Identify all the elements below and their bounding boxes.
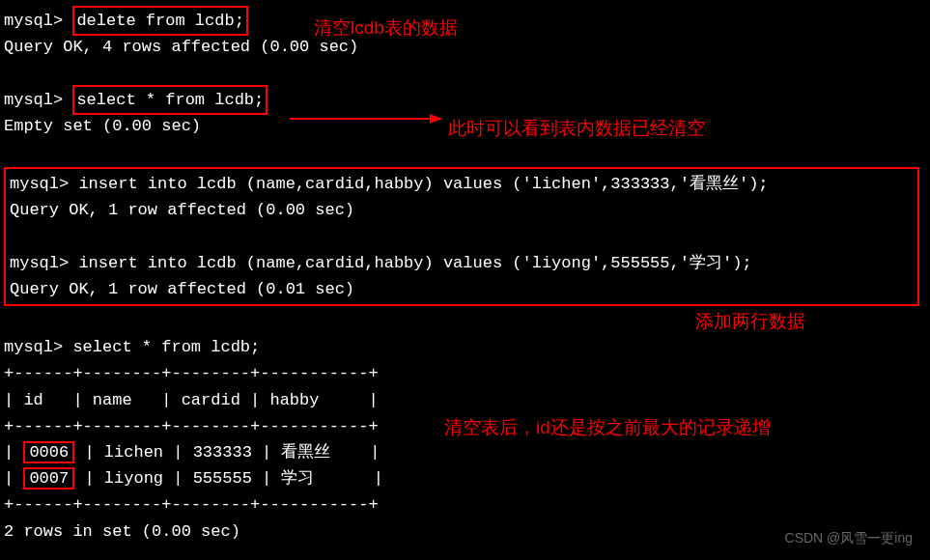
select2-command: select * from lcdb;	[72, 338, 260, 356]
prompt: mysql>	[4, 91, 72, 109]
row1-id-box: 0006	[23, 441, 74, 463]
table-row1: | 0006 | lichen | 333333 | 看黑丝 |	[4, 439, 926, 465]
delete-result: Query OK, 4 rows affected (0.00 sec)	[4, 34, 926, 60]
select1-line: mysql> select * from lcdb;	[4, 87, 926, 113]
table-border-bot: +------+--------+--------+-----------+	[4, 491, 926, 518]
row2-pre: |	[4, 469, 23, 488]
row1-id: 0006	[29, 443, 69, 462]
select1-command: select * from lcdb;	[76, 91, 264, 109]
watermark: CSDN @风雪一更ing	[785, 527, 913, 548]
annotation-4: 清空表后，id还是按之前最大的记录递增	[444, 413, 771, 442]
insert1-command: insert into lcdb (name,cardid,habby) val…	[78, 175, 768, 193]
table-header: | id | name | cardid | habby |	[4, 387, 926, 413]
prompt: mysql>	[10, 175, 78, 193]
prompt: mysql>	[4, 12, 72, 30]
table-border-top: +------+--------+--------+-----------+	[4, 360, 926, 386]
svg-marker-1	[430, 114, 442, 124]
blank	[4, 60, 926, 86]
insert2-line: mysql> insert into lcdb (name,cardid,hab…	[10, 250, 914, 276]
prompt: mysql>	[10, 254, 78, 272]
annotation-2: 此时可以看到表内数据已经清空	[448, 114, 705, 143]
insert-block-box: mysql> insert into lcdb (name,cardid,hab…	[4, 167, 919, 306]
delete-line: mysql> delete from lcdb;	[4, 8, 926, 34]
row2-id: 0007	[29, 469, 69, 488]
row1-rest: | lichen | 333333 | 看黑丝 |	[74, 443, 380, 462]
blank	[10, 224, 914, 250]
row2-rest: | liyong | 555555 | 学习 |	[74, 469, 383, 488]
select1-command-box: select * from lcdb;	[72, 85, 268, 115]
table-row2: | 0007 | liyong | 555555 | 学习 |	[4, 465, 926, 491]
annotation-3: 添加两行数据	[695, 307, 805, 336]
row1-pre: |	[4, 443, 23, 462]
delete-command-box: delete from lcdb;	[72, 6, 247, 36]
insert1-result: Query OK, 1 row affected (0.00 sec)	[10, 197, 914, 223]
annotation-1: 清空lcdb表的数据	[314, 14, 458, 42]
delete-command: delete from lcdb;	[76, 12, 243, 30]
insert2-result: Query OK, 1 row affected (0.01 sec)	[10, 276, 914, 302]
select2-line: mysql> select * from lcdb;	[4, 334, 926, 360]
prompt: mysql>	[4, 338, 72, 356]
row2-id-box: 0007	[23, 467, 74, 490]
arrow-icon	[290, 104, 444, 133]
insert1-line: mysql> insert into lcdb (name,cardid,hab…	[10, 171, 914, 197]
insert2-command: insert into lcdb (name,cardid,habby) val…	[78, 254, 751, 272]
